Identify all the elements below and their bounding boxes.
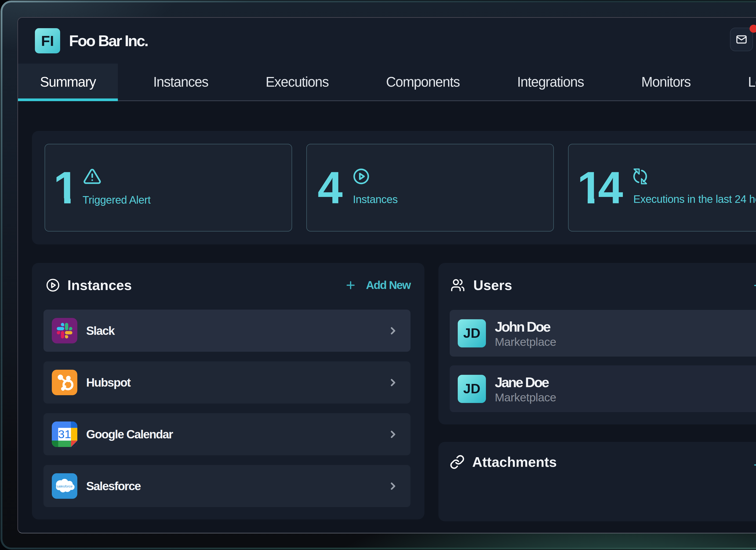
svg-text:salesforce: salesforce [57, 484, 72, 488]
svg-text:31: 31 [58, 428, 71, 440]
